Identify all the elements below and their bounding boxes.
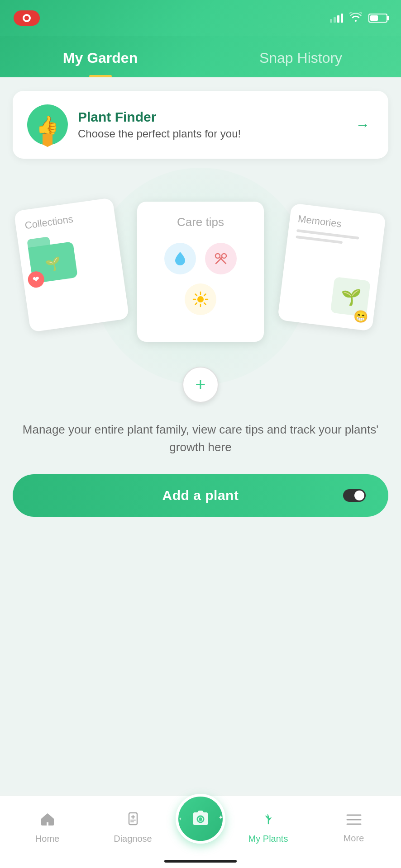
care-icons-grid xyxy=(164,243,237,315)
recording-pill xyxy=(14,10,40,26)
ribbon-decoration xyxy=(43,134,53,147)
home-indicator-bar xyxy=(164,860,237,863)
signal-bar-4 xyxy=(341,14,343,23)
add-plant-button[interactable]: Add a plant xyxy=(13,474,388,517)
tab-snap-history[interactable]: Snap History xyxy=(200,41,401,77)
bottom-nav: Home Diagnose ✦ ✦ xyxy=(0,796,401,868)
description-text: Manage your entire plant family, view ca… xyxy=(17,421,384,456)
cards-container: Collections 🌱 ❤ Care tips xyxy=(13,186,388,358)
status-bar xyxy=(0,0,401,36)
plant-finder-subtitle: Choose the perfect plants for you! xyxy=(78,127,341,140)
toggle-overlay xyxy=(343,489,366,502)
plant-finder-arrow-button[interactable]: → xyxy=(351,113,374,136)
plant-finder-icon: 👍 xyxy=(27,104,68,145)
care-tips-card[interactable]: Care tips xyxy=(137,202,264,342)
status-bar-right xyxy=(330,12,387,24)
memories-plant-icon: 🌱 xyxy=(339,286,362,307)
tab-my-garden[interactable]: My Garden xyxy=(0,41,200,77)
collections-card-title: Collections xyxy=(24,209,106,232)
plus-icon: + xyxy=(195,375,205,393)
svg-line-11 xyxy=(204,294,206,296)
svg-line-9 xyxy=(196,294,197,296)
folder-icon-wrap: 🌱 ❤ xyxy=(28,241,78,283)
care-tips-card-title: Care tips xyxy=(177,215,224,229)
sun-icon xyxy=(185,283,216,315)
nav-label-my-plants: My Plants xyxy=(248,834,288,844)
camera-icon xyxy=(190,810,211,828)
memories-card[interactable]: Memories 🌱 😁 xyxy=(277,203,386,331)
nav-item-more[interactable]: More xyxy=(311,812,396,844)
thumbs-up-icon: 👍 xyxy=(36,114,59,136)
signal-bar-1 xyxy=(330,19,332,23)
signal-bars-icon xyxy=(330,14,343,23)
status-bar-left xyxy=(14,10,40,26)
nav-label-diagnose: Diagnose xyxy=(114,834,152,844)
more-icon xyxy=(346,812,362,830)
sparkle-1-icon: ✦ xyxy=(218,814,224,821)
my-plants-icon xyxy=(261,811,276,830)
plant-finder-title: Plant Finder xyxy=(78,109,341,125)
nav-item-diagnose[interactable]: Diagnose xyxy=(90,811,176,844)
laugh-emoji-icon: 😁 xyxy=(353,309,369,325)
header-tabs: My Garden Snap History xyxy=(0,36,401,77)
feature-section: Collections 🌱 ❤ Care tips xyxy=(13,186,388,403)
plant-finder-card[interactable]: 👍 Plant Finder Choose the perfect plants… xyxy=(13,91,388,159)
nav-item-camera[interactable]: ✦ ✦ xyxy=(176,812,225,844)
signal-bar-3 xyxy=(337,15,339,23)
nav-item-home[interactable]: Home xyxy=(5,811,90,844)
add-plant-button-label: Add a plant xyxy=(162,488,239,503)
signal-bar-2 xyxy=(334,17,336,23)
nav-item-my-plants[interactable]: My Plants xyxy=(225,811,311,844)
toggle-knob xyxy=(354,491,364,500)
water-drop-icon xyxy=(164,243,196,274)
collections-card[interactable]: Collections 🌱 ❤ xyxy=(14,198,129,332)
add-plant-circle-button[interactable]: + xyxy=(182,367,219,403)
sparkle-2-icon: ✦ xyxy=(178,816,182,821)
svg-line-10 xyxy=(204,303,206,305)
battery-fill xyxy=(370,15,378,21)
svg-point-19 xyxy=(199,817,202,821)
nav-label-more: More xyxy=(344,833,364,844)
nav-label-home: Home xyxy=(35,834,59,844)
scissors-icon xyxy=(205,243,237,274)
wifi-icon xyxy=(349,12,362,24)
svg-point-4 xyxy=(197,296,204,302)
recording-dot xyxy=(23,14,31,22)
battery-icon xyxy=(368,14,387,23)
svg-line-12 xyxy=(196,303,197,305)
home-icon xyxy=(40,811,55,830)
main-content: 👍 Plant Finder Choose the perfect plants… xyxy=(0,77,401,792)
diagnose-icon xyxy=(125,811,141,830)
folder-plant-icon: 🌱 xyxy=(44,255,62,273)
plant-finder-text: Plant Finder Choose the perfect plants f… xyxy=(78,109,341,140)
